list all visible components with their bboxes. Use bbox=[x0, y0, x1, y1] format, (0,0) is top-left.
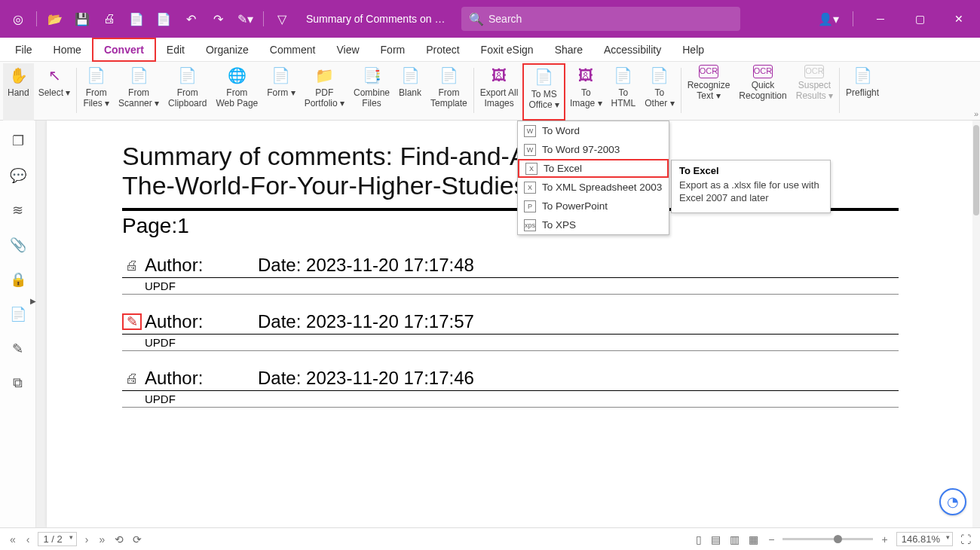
more-icon[interactable]: ▽ bbox=[270, 7, 294, 31]
scrollbar-thumb[interactable] bbox=[973, 125, 979, 215]
ribbon-suspect-results[interactable]: OCRSuspectResults ▾ bbox=[792, 63, 838, 121]
to-ms-office-dropdown: WTo WordWTo Word 97-2003XTo ExcelXTo XML… bbox=[517, 121, 669, 235]
first-page-button[interactable]: « bbox=[8, 533, 18, 545]
dropdown-label: To PowerPoint bbox=[542, 200, 608, 212]
open-icon[interactable]: 📂 bbox=[43, 7, 67, 31]
ribbon-separator bbox=[76, 68, 77, 113]
ribbon-preflight[interactable]: 📄Preflight bbox=[841, 63, 884, 121]
menu-view[interactable]: View bbox=[326, 39, 369, 60]
single-page-view-icon[interactable]: ▯ bbox=[694, 533, 703, 545]
search-box[interactable]: 🔍 Search bbox=[461, 7, 740, 31]
ribbon-recognize-text[interactable]: OCRRecognizeText ▾ bbox=[683, 63, 735, 121]
menu-home[interactable]: Home bbox=[43, 39, 92, 60]
facing-view-icon[interactable]: ▥ bbox=[728, 533, 741, 545]
assistant-bubble-icon[interactable]: ◔ bbox=[939, 488, 966, 515]
layers-panel-icon[interactable]: ≋ bbox=[12, 202, 23, 218]
ribbon-to-other[interactable]: 📄ToOther ▾ bbox=[640, 63, 678, 121]
export-doc-icon[interactable]: 📄 bbox=[152, 7, 176, 31]
ribbon-from-scanner[interactable]: 📄FromScanner ▾ bbox=[114, 63, 164, 121]
tooltip-body: Export as a .xlsx file for use with Exce… bbox=[679, 179, 822, 205]
menu-comment[interactable]: Comment bbox=[259, 39, 326, 60]
dropdown-to-excel[interactable]: XTo Excel bbox=[518, 159, 669, 178]
ribbon-label: Other ▾ bbox=[645, 98, 674, 108]
comments-panel-icon[interactable]: 💬 bbox=[10, 167, 26, 184]
ribbon-pdf-portfolio[interactable]: 📁PDFPortfolio ▾ bbox=[300, 63, 349, 121]
ribbon-from-clipboard[interactable]: 📄FromClipboard bbox=[164, 63, 211, 121]
ribbon-to-html[interactable]: 📄ToHTML bbox=[607, 63, 641, 121]
zoom-out-button[interactable]: − bbox=[766, 533, 776, 545]
maximize-button[interactable]: ▢ bbox=[905, 7, 935, 31]
zoom-slider-thumb[interactable] bbox=[834, 535, 842, 543]
menu-organize[interactable]: Organize bbox=[195, 39, 259, 60]
ribbon-form[interactable]: 📄Form ▾ bbox=[262, 63, 299, 121]
zoom-slider[interactable] bbox=[782, 538, 873, 540]
close-button[interactable]: ✕ bbox=[944, 7, 974, 31]
continuous-view-icon[interactable]: ▤ bbox=[709, 533, 722, 545]
comment-header: 🖨Author:Date: 2023-11-20 17:17:46 bbox=[122, 368, 899, 391]
form-panel-icon[interactable]: 📄 bbox=[10, 306, 26, 322]
page-indicator[interactable]: 1 / 2 bbox=[38, 532, 76, 546]
last-page-button[interactable]: » bbox=[96, 533, 107, 545]
to-html-icon: 📄 bbox=[613, 65, 634, 86]
undo-icon[interactable]: ↶ bbox=[179, 7, 203, 31]
ribbon-from-files[interactable]: 📄FromFiles ▾ bbox=[78, 63, 114, 121]
save-icon[interactable]: 💾 bbox=[70, 7, 94, 31]
continuous-facing-view-icon[interactable]: ▦ bbox=[747, 533, 760, 545]
comment-author-label: Author: bbox=[145, 311, 258, 332]
menu-convert[interactable]: Convert bbox=[92, 38, 156, 62]
ribbon-expand-icon[interactable]: » bbox=[974, 109, 978, 118]
menu-edit[interactable]: Edit bbox=[156, 39, 195, 60]
dropdown-to-xps[interactable]: xpsTo XPS bbox=[518, 215, 669, 234]
menu-help[interactable]: Help bbox=[672, 39, 715, 60]
dropdown-to-word-97-2003[interactable]: WTo Word 97-2003 bbox=[518, 140, 669, 159]
from-web-page-icon: 🌐 bbox=[226, 65, 247, 86]
ribbon-select[interactable]: ↖Select ▾ bbox=[34, 63, 75, 121]
ribbon-from-template[interactable]: 📄FromTemplate bbox=[426, 63, 472, 121]
rotate-ccw-icon[interactable]: ⟲ bbox=[113, 533, 125, 545]
minimize-button[interactable]: ─ bbox=[865, 7, 896, 31]
menu-accessibility[interactable]: Accessibility bbox=[593, 39, 672, 60]
ribbon-label: To MS bbox=[531, 89, 557, 99]
ribbon-label: Combine bbox=[354, 87, 390, 98]
compare-panel-icon[interactable]: ⧉ bbox=[13, 375, 23, 391]
file-type-icon: X bbox=[525, 163, 537, 175]
next-page-button[interactable]: › bbox=[83, 533, 91, 545]
zoom-value[interactable]: 146.81% bbox=[896, 532, 953, 546]
security-panel-icon[interactable]: 🔒 bbox=[10, 271, 26, 288]
app-logo-icon[interactable]: ◎ bbox=[6, 7, 30, 31]
pages-panel-icon[interactable]: ❐ bbox=[12, 133, 24, 149]
ribbon-from-web-page[interactable]: 🌐FromWeb Page bbox=[211, 63, 262, 121]
menu-form[interactable]: Form bbox=[370, 39, 416, 60]
ribbon-quick-recognition[interactable]: OCRQuickRecognition bbox=[734, 63, 791, 121]
ribbon-blank[interactable]: 📄Blank bbox=[394, 63, 426, 121]
new-doc-icon[interactable]: 📄 bbox=[124, 7, 149, 31]
menu-protect[interactable]: Protect bbox=[415, 39, 470, 60]
attachments-panel-icon[interactable]: 📎 bbox=[10, 237, 26, 253]
fullscreen-icon[interactable]: ⛶ bbox=[959, 533, 972, 545]
page-area[interactable]: Summary of comments: Find-and-Ap The-Wor… bbox=[36, 121, 980, 527]
vertical-scrollbar[interactable] bbox=[972, 121, 980, 527]
ribbon-to-ms-office[interactable]: 📄To MSOffice ▾ bbox=[522, 63, 565, 121]
print-icon[interactable]: 🖨 bbox=[97, 7, 121, 31]
dropdown-to-powerpoint[interactable]: PTo PowerPoint bbox=[518, 197, 669, 215]
separator bbox=[263, 11, 264, 26]
menu-file[interactable]: File bbox=[5, 39, 43, 60]
dropdown-to-word[interactable]: WTo Word bbox=[518, 121, 669, 140]
panel-expand-icon[interactable]: ▶ bbox=[30, 297, 36, 305]
zoom-in-button[interactable]: + bbox=[879, 533, 890, 545]
rotate-cw-icon[interactable]: ⟳ bbox=[131, 533, 143, 545]
prev-page-button[interactable]: ‹ bbox=[24, 533, 32, 545]
dropdown-to-xml-spreadsheet-2003[interactable]: XTo XML Spreadsheet 2003 bbox=[518, 178, 669, 197]
ribbon-hand[interactable]: ✋Hand bbox=[3, 63, 34, 121]
redo-icon[interactable]: ↷ bbox=[206, 7, 230, 31]
ribbon-label: Portfolio ▾ bbox=[305, 98, 345, 108]
ribbon-to-image[interactable]: 🖼ToImage ▾ bbox=[565, 63, 607, 121]
signature-panel-icon[interactable]: ✎ bbox=[12, 341, 23, 357]
menu-foxit-esign[interactable]: Foxit eSign bbox=[470, 39, 544, 60]
menu-share[interactable]: Share bbox=[544, 39, 593, 60]
ribbon-combine-files[interactable]: 📑CombineFiles bbox=[349, 63, 394, 121]
ribbon-export-all-images[interactable]: 🖼Export AllImages bbox=[476, 63, 523, 121]
user-icon[interactable]: 👤▾ bbox=[816, 7, 841, 31]
combine-files-icon: 📑 bbox=[361, 65, 382, 86]
sign-icon[interactable]: ✎▾ bbox=[233, 7, 257, 31]
